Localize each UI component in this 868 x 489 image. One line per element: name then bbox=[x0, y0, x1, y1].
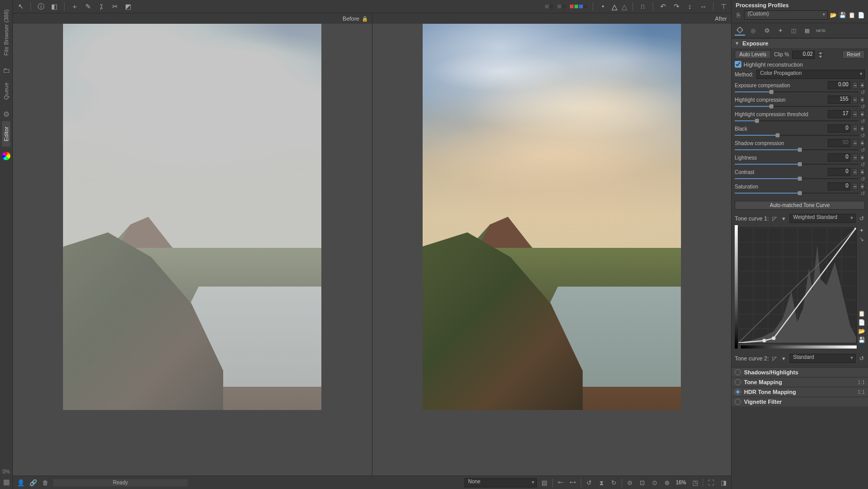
highlight-recon-check[interactable]: Highlight reconstruction bbox=[735, 61, 865, 68]
grid-icon[interactable]: ▦ bbox=[3, 478, 10, 486]
power-icon[interactable] bbox=[735, 379, 741, 385]
clip-highlight-icon[interactable]: △ bbox=[622, 3, 627, 11]
one-one-icon[interactable]: 1:1 bbox=[858, 389, 865, 395]
slider-track-hct[interactable]: ↺ bbox=[735, 118, 865, 123]
power-icon[interactable] bbox=[735, 389, 741, 395]
tone-curve-2-combo[interactable]: Standard bbox=[789, 354, 856, 363]
slider-minus-sat[interactable]: − bbox=[853, 183, 858, 190]
section-exposure-header[interactable]: ▼ Exposure bbox=[732, 38, 868, 48]
tab-color[interactable]: ❂ bbox=[762, 25, 772, 36]
power-icon[interactable] bbox=[735, 399, 741, 405]
tone-curve-1-combo[interactable]: Weighted Standard bbox=[789, 214, 856, 223]
chevron-down-icon[interactable]: ▾ bbox=[780, 355, 787, 362]
slider-plus-hct[interactable]: + bbox=[860, 111, 865, 118]
curve-type-icon[interactable]: ◸ bbox=[771, 355, 778, 362]
auto-levels-button[interactable]: Auto Levels bbox=[735, 50, 771, 59]
slider-track-blk[interactable]: ↺ bbox=[735, 133, 865, 138]
tab-transform[interactable]: ◫ bbox=[788, 25, 799, 36]
plus-icon[interactable]: ＋ bbox=[70, 2, 79, 11]
panel-toggle-icon[interactable]: ◨ bbox=[719, 478, 728, 487]
section-vignette-filter[interactable]: Vignette Filter bbox=[732, 397, 868, 406]
tab-advanced[interactable]: ✦ bbox=[775, 25, 785, 36]
tab-file-browser[interactable]: File Browser (388) bbox=[2, 4, 10, 61]
crop-icon[interactable]: ✂ bbox=[110, 2, 119, 11]
rotate-left-icon[interactable]: ↶ bbox=[658, 2, 668, 11]
slider-reset-con[interactable]: ↺ bbox=[861, 176, 865, 182]
curve-save-icon[interactable]: 💾 bbox=[858, 337, 865, 343]
user-icon[interactable]: 👤 bbox=[16, 478, 25, 487]
slider-reset-ev[interactable]: ↺ bbox=[861, 89, 865, 95]
profile-load-icon[interactable]: 📂 bbox=[830, 11, 837, 19]
gamut-icon[interactable]: ⎍ bbox=[638, 2, 647, 11]
curve-reset-icon[interactable]: ↺ bbox=[858, 355, 865, 362]
clip-shadow-icon[interactable]: △ bbox=[612, 3, 617, 11]
profile-copy-icon[interactable]: 📋 bbox=[848, 11, 856, 19]
arrow-tool-icon[interactable]: ↖ bbox=[16, 2, 25, 11]
clip-value[interactable]: 0.02 bbox=[792, 51, 815, 59]
slider-plus-con[interactable]: + bbox=[860, 168, 865, 176]
slider-reset-blk[interactable]: ↺ bbox=[861, 133, 865, 138]
nav-first-icon[interactable]: ⭰ bbox=[556, 478, 565, 487]
curve-load-icon[interactable]: 📂 bbox=[858, 328, 865, 335]
curve-picker-icon[interactable]: ✦ bbox=[858, 227, 865, 234]
curve-copy-icon[interactable]: 📋 bbox=[858, 310, 865, 317]
dot-icon[interactable]: • bbox=[598, 2, 608, 11]
hand-tool-icon[interactable]: ✎ bbox=[83, 2, 92, 11]
wb-picker-icon[interactable]: ⁒ bbox=[97, 2, 106, 11]
straighten-icon[interactable]: ◩ bbox=[123, 2, 133, 11]
fullscreen-icon[interactable]: ⛶ bbox=[706, 478, 716, 487]
add-detail-icon[interactable]: ▤ bbox=[540, 478, 549, 487]
slider-reset-hct[interactable]: ↺ bbox=[861, 118, 865, 124]
slider-plus-lit[interactable]: + bbox=[860, 154, 865, 161]
zoom-out-icon[interactable]: ⊖ bbox=[625, 478, 634, 487]
image-viewer[interactable] bbox=[13, 24, 731, 476]
curve-reset-icon[interactable]: ↺ bbox=[858, 215, 865, 222]
compare-icon[interactable]: ◧ bbox=[50, 2, 59, 11]
slider-plus-blk[interactable]: + bbox=[860, 125, 865, 132]
nav-sync-icon[interactable]: ⭤ bbox=[568, 478, 578, 487]
auto-tone-curve-button[interactable]: Auto-matched Tone Curve bbox=[735, 201, 865, 210]
section-hdr-tone-mapping[interactable]: HDR Tone Mapping 1:1 bbox=[732, 387, 868, 397]
slider-value-sat[interactable]: 0 bbox=[828, 182, 850, 191]
reset-button[interactable]: Reset bbox=[842, 50, 865, 59]
pin-icon[interactable]: ⊤ bbox=[719, 2, 728, 11]
curve-type-icon[interactable]: ◸ bbox=[771, 215, 778, 222]
slider-value-ev[interactable]: 0.00 bbox=[828, 81, 850, 89]
slider-minus-con[interactable]: − bbox=[853, 168, 858, 176]
slider-value-hc[interactable]: 155 bbox=[828, 96, 850, 104]
zoom-in-icon[interactable]: ⊕ bbox=[662, 478, 672, 487]
slider-track-sat[interactable]: ↺ bbox=[735, 191, 865, 196]
tab-exposure[interactable] bbox=[735, 25, 745, 36]
redo-icon[interactable]: ↻ bbox=[609, 478, 618, 487]
trash-icon[interactable]: 🗑 bbox=[41, 478, 50, 487]
tab-queue[interactable]: Queue bbox=[2, 77, 10, 105]
flip-v-icon[interactable]: ↕ bbox=[685, 2, 694, 11]
one-one-icon[interactable]: 1:1 bbox=[858, 380, 865, 385]
curve-edit-icon[interactable]: ↘ bbox=[858, 236, 865, 243]
link-icon[interactable]: 🔗 bbox=[28, 478, 38, 487]
section-shadows-highlights[interactable]: Shadows/Highlights bbox=[732, 367, 868, 377]
slider-plus-hc[interactable]: + bbox=[860, 96, 865, 103]
slider-track-hc[interactable]: ↺ bbox=[735, 104, 865, 109]
clip-down[interactable]: ▾ bbox=[818, 55, 823, 58]
power-icon[interactable] bbox=[735, 369, 741, 375]
lock-icon[interactable]: 🔒 bbox=[362, 16, 368, 22]
profile-combo[interactable]: (Custom) bbox=[744, 10, 828, 20]
zoom-100-icon[interactable]: ⊙ bbox=[650, 478, 659, 487]
slider-value-hct[interactable]: 17 bbox=[828, 110, 850, 118]
section-tone-mapping[interactable]: Tone Mapping 1:1 bbox=[732, 377, 868, 387]
curve-paste-icon[interactable]: 📄 bbox=[858, 319, 865, 326]
slider-plus-ev[interactable]: + bbox=[860, 82, 865, 89]
slider-track-ev[interactable]: ↺ bbox=[735, 89, 865, 94]
zoom-crop-icon[interactable]: ◳ bbox=[690, 478, 700, 487]
profile-paste-icon[interactable]: 📄 bbox=[858, 11, 865, 19]
tab-detail[interactable]: ◎ bbox=[748, 25, 758, 36]
tab-editor[interactable]: Editor bbox=[2, 121, 10, 147]
tab-meta[interactable]: META bbox=[815, 25, 826, 36]
slider-value-con[interactable]: 0 bbox=[828, 168, 850, 176]
slider-minus-lit[interactable]: − bbox=[853, 154, 858, 161]
slider-value-lit[interactable]: 0 bbox=[828, 153, 850, 162]
slider-minus-blk[interactable]: − bbox=[853, 125, 858, 132]
slider-reset-hc[interactable]: ↺ bbox=[861, 104, 865, 109]
flip-h-icon[interactable]: ↔ bbox=[699, 2, 708, 11]
